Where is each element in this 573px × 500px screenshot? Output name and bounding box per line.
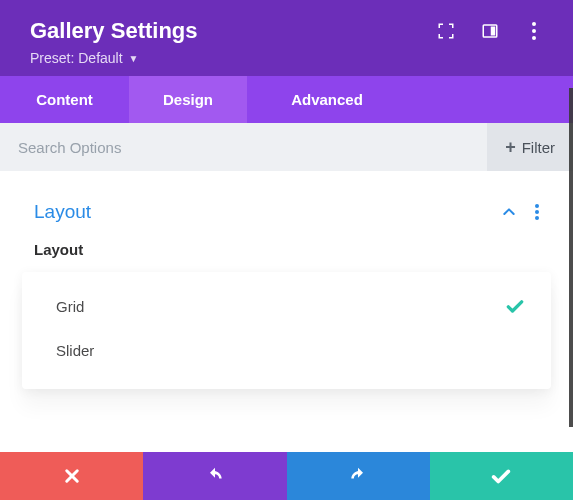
field-label: Layout xyxy=(34,241,551,258)
cancel-button[interactable] xyxy=(0,452,143,500)
svg-point-4 xyxy=(532,36,536,40)
preset-selector[interactable]: Preset: Default ▼ xyxy=(30,50,543,66)
header-icon-group xyxy=(437,22,543,40)
svg-point-6 xyxy=(535,210,539,214)
more-icon[interactable] xyxy=(525,22,543,40)
option-label: Slider xyxy=(56,342,94,359)
svg-point-5 xyxy=(535,204,539,208)
filter-label: Filter xyxy=(522,139,555,156)
options-area: Layout Layout Grid Slide xyxy=(0,171,573,389)
tabs: Content Design Advanced xyxy=(0,76,573,123)
svg-point-3 xyxy=(532,29,536,33)
search-row: + Filter xyxy=(0,123,573,171)
footer-actions xyxy=(0,452,573,500)
tab-design[interactable]: Design xyxy=(129,76,247,123)
tab-advanced[interactable]: Advanced xyxy=(247,76,407,123)
svg-point-2 xyxy=(532,22,536,26)
svg-point-7 xyxy=(535,216,539,220)
tab-content[interactable]: Content xyxy=(0,76,129,123)
check-icon xyxy=(505,296,525,316)
expand-icon[interactable] xyxy=(437,22,455,40)
section-title: Layout xyxy=(34,201,91,223)
svg-rect-1 xyxy=(491,27,496,36)
undo-button[interactable] xyxy=(143,452,286,500)
option-label: Grid xyxy=(56,298,84,315)
layout-options: Grid Slider xyxy=(22,272,551,389)
preset-label: Preset: Default xyxy=(30,50,123,66)
section-header: Layout xyxy=(34,201,539,223)
option-slider[interactable]: Slider xyxy=(22,328,551,371)
settings-header: Gallery Settings Preset: Default ▼ xyxy=(0,0,573,76)
section-menu-icon[interactable] xyxy=(535,204,539,220)
panel-icon[interactable] xyxy=(481,22,499,40)
scrollbar[interactable] xyxy=(569,88,573,427)
page-title: Gallery Settings xyxy=(30,18,198,44)
search-input[interactable] xyxy=(0,139,487,156)
collapse-icon[interactable] xyxy=(501,204,517,220)
confirm-button[interactable] xyxy=(430,452,573,500)
caret-down-icon: ▼ xyxy=(129,53,139,64)
plus-icon: + xyxy=(505,137,516,158)
redo-button[interactable] xyxy=(287,452,430,500)
filter-button[interactable]: + Filter xyxy=(487,123,573,171)
option-grid[interactable]: Grid xyxy=(22,282,551,328)
